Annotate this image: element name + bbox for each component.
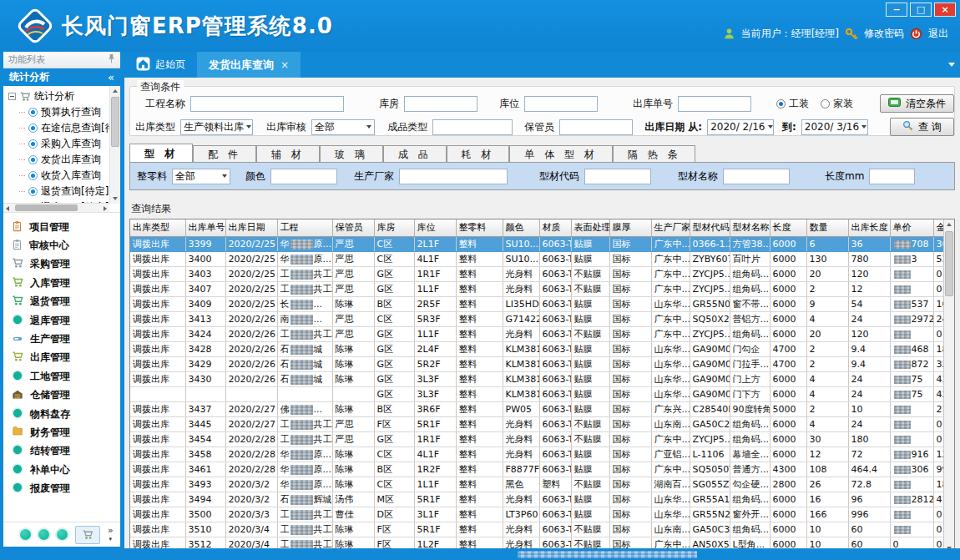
factory-input[interactable] [399, 169, 508, 184]
column-header[interactable]: 型材代码 [690, 219, 730, 236]
module-dot-icon[interactable] [20, 529, 31, 540]
material-tab-成品[interactable]: 成 品 [383, 145, 447, 162]
column-header[interactable]: 表面处理 [571, 219, 609, 236]
tree-item[interactable]: 预算执行查询 [8, 104, 120, 120]
tabstrip-dropdown-icon[interactable] [948, 63, 955, 67]
tree-expander-icon[interactable] [8, 93, 16, 100]
length-input[interactable] [869, 169, 915, 184]
column-header[interactable]: 库位 [414, 219, 456, 236]
project-name-input[interactable] [190, 96, 344, 112]
column-header[interactable]: 工程 [277, 219, 332, 236]
tree-root[interactable]: 统计分析 [8, 88, 120, 104]
sidebar-item-审核中心[interactable]: 审核中心 [12, 236, 120, 255]
table-row[interactable]: 调拨出库34612020/2/28华原...陈琳B区1R2F整料F8877FT6… [130, 462, 946, 477]
sidebar-item-项目管理[interactable]: 项目管理 [12, 218, 120, 236]
sidebar-item-退货管理[interactable]: 退货管理 [12, 293, 120, 311]
table-row[interactable]: 调拨出库34092020/2/25长...陈琳B区2R5F整料LI35HD606… [130, 296, 946, 311]
material-tab-玻璃[interactable]: 玻 璃 [320, 145, 383, 162]
table-row[interactable]: G区3L3F整料KLM38176063-T5贴膜国标山东华...GA90M09.… [130, 386, 946, 401]
table-row[interactable]: 调拨出库33992020/2/25华原...严思C区2L1F整料SU10...6… [130, 236, 946, 251]
order-no-input[interactable] [678, 96, 751, 112]
radio-home[interactable] [821, 99, 830, 108]
keeper-input[interactable] [559, 119, 633, 135]
column-header[interactable]: 膜厚 [609, 219, 651, 236]
table-vertical-scrollbar[interactable] [943, 219, 954, 553]
column-header[interactable]: 型材名称 [730, 219, 770, 236]
change-password-link[interactable]: 修改密码 [864, 27, 904, 41]
profile-name-input[interactable] [723, 169, 790, 184]
tree-horizontal-scrollbar[interactable] [3, 203, 109, 212]
close-button[interactable]: × [934, 3, 956, 17]
outbound-type-select[interactable]: 生产领料出库 [180, 119, 253, 135]
pin-icon[interactable] [108, 53, 115, 66]
tree-item[interactable]: 收货入库查询 [8, 168, 120, 184]
sidebar-item-入库管理[interactable]: 入库管理 [12, 274, 120, 292]
tree-item[interactable]: 退货查询[待定] [8, 184, 120, 199]
sidebar-item-出库管理[interactable]: 出库管理 [12, 349, 120, 367]
column-header[interactable]: 生产厂家 [651, 219, 690, 236]
table-row[interactable]: 调拨出库34292020/2/26石城陈琳G区5R2F整料KLM38176063… [130, 356, 946, 371]
logout-link[interactable]: 退出 [928, 27, 948, 41]
collapse-icon[interactable]: « [108, 71, 114, 83]
material-tab-隔热条[interactable]: 隔 热 条 [613, 145, 696, 162]
scroll-left-icon[interactable] [6, 206, 9, 211]
tree-item[interactable]: 发货出库查询 [8, 152, 120, 168]
date-from-picker[interactable]: 2020/ 2/16 [707, 119, 774, 135]
column-header[interactable]: 保管员 [332, 219, 374, 236]
color-input[interactable] [270, 169, 337, 184]
date-to-picker[interactable]: 2020/ 3/16 [801, 119, 868, 135]
scroll-down-icon[interactable] [113, 197, 118, 200]
table-row[interactable]: 调拨出库34072020/2/25工共工程严思G区1L1F整料光身料6063-T… [130, 281, 946, 296]
table-row[interactable]: 调拨出库35102020/3/4工共工程陈琳F区5R1F整料光身料6063-T5… [130, 522, 946, 537]
sidebar-item-结转管理[interactable]: 结转管理 [12, 442, 120, 461]
column-header[interactable]: 整零料 [456, 219, 503, 236]
tree-item[interactable]: 在途信息查询[待 [8, 120, 120, 136]
sidebar-item-仓储管理[interactable]: 仓储管理 [12, 386, 120, 405]
table-row[interactable]: 调拨出库35002020/3/3工共工程曹佳D区3L1F整料LT3P606063… [130, 507, 946, 522]
minimize-button[interactable]: − [886, 3, 907, 17]
tab-shipping-outbound-query[interactable]: 发货出库查询 × [197, 52, 301, 78]
table-row[interactable]: 调拨出库34302020/2/26石城陈琳G区3L3F整料KLM38176063… [130, 371, 946, 386]
location-input[interactable] [524, 96, 598, 112]
column-header[interactable]: 出库单号 [185, 219, 225, 236]
column-header[interactable]: 数量 [806, 219, 848, 236]
tree-vertical-scrollbar[interactable] [109, 86, 120, 204]
table-row[interactable]: 调拨出库34452020/2/27工共工程严思F区5R1F整料光身料6063-T… [130, 416, 946, 431]
column-header[interactable]: 单价 [890, 219, 933, 236]
column-header[interactable]: 出库类型 [130, 219, 185, 236]
clear-conditions-button[interactable]: 清空条件 [880, 94, 954, 113]
table-row[interactable]: 调拨出库34282020/2/26石城陈琳G区2L4F整料KLM38176063… [130, 341, 946, 356]
material-tab-单体型材[interactable]: 单 体 型 材 [509, 145, 612, 162]
sidebar-item-财务管理[interactable]: 财务管理 [12, 423, 120, 441]
tab-home[interactable]: 起始页 [124, 52, 197, 78]
table-row[interactable]: 调拨出库34032020/2/25工共工程严思G区1R1F整料光身料6063-T… [130, 266, 946, 281]
column-header[interactable]: 长度 [770, 219, 806, 236]
module-cart-button[interactable] [75, 526, 100, 544]
maximize-button[interactable]: □ [910, 3, 932, 17]
sidebar-item-补单中心[interactable]: 补单中心 [12, 461, 120, 479]
module-dot-icon[interactable] [57, 529, 68, 540]
tree-item[interactable]: 采购入库查询 [8, 136, 120, 152]
table-row[interactable]: 调拨出库34582020/2/28华原...陈琳C区4L1F整料光身料6063-… [130, 446, 946, 462]
material-tab-耗材[interactable]: 耗 材 [447, 145, 510, 162]
scroll-up-icon[interactable] [947, 223, 952, 226]
column-header[interactable]: 颜色 [503, 219, 539, 236]
table-row[interactable]: 调拨出库34932020/3/2华原...陈琳C区1L1F整料黑色塑料不贴膜国标… [130, 477, 946, 492]
audit-select[interactable]: 全部 [311, 119, 375, 135]
sidebar-item-生产管理[interactable]: 生产管理 [12, 330, 120, 348]
product-type-input[interactable] [432, 119, 513, 135]
column-header[interactable]: 出库日期 [225, 219, 277, 236]
sidebar-item-报废管理[interactable]: 报废管理 [12, 479, 120, 497]
whole-piece-select[interactable]: 全部 [172, 169, 230, 184]
sidebar-group-header[interactable]: 统计分析 « [3, 68, 120, 86]
sidebar-item-物料盘存[interactable]: 物料盘存 [12, 405, 120, 423]
radio-industrial[interactable] [776, 99, 786, 108]
table-row[interactable]: 调拨出库34542020/2/28工共工程严思G区1R1F整料光身料6063-T… [130, 431, 946, 446]
sidebar-item-退库管理[interactable]: 退库管理 [12, 311, 120, 330]
profile-code-input[interactable] [584, 169, 651, 184]
warehouse-input[interactable] [404, 96, 477, 112]
tab-close-icon[interactable]: × [280, 59, 289, 71]
module-dot-icon[interactable] [38, 529, 49, 540]
sidebar-overflow-chevron[interactable]: »▾ [108, 527, 114, 543]
material-tab-辅材[interactable]: 辅 材 [256, 145, 320, 162]
